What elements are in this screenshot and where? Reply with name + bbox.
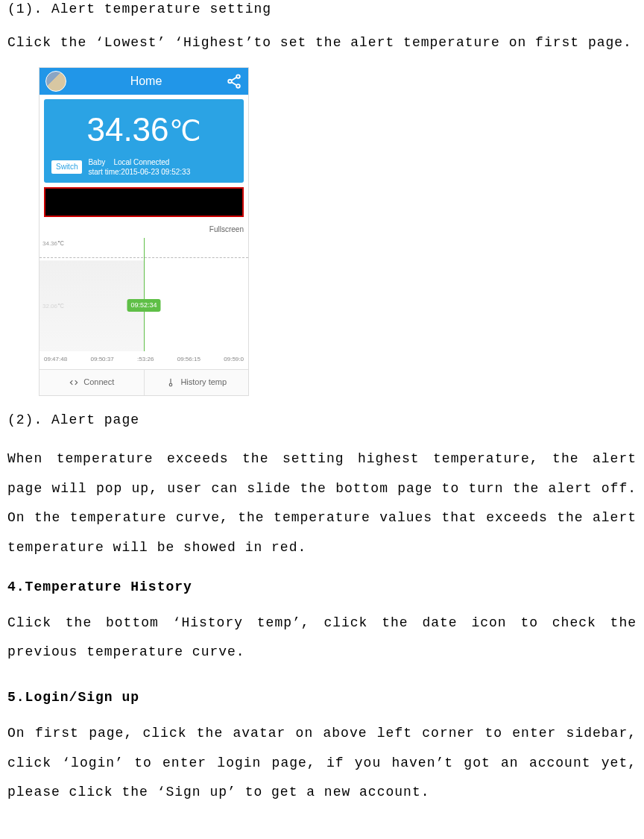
x-label-3: 09:56:15 (177, 355, 201, 363)
temperature-display: 34.36℃ (44, 107, 244, 153)
heading-alert-temp-setting: (1). Alert temperature setting (7, 0, 637, 19)
label-connected: Local Connected (113, 158, 169, 166)
fullscreen-button[interactable]: Fullscreen (209, 224, 244, 235)
switch-button[interactable]: Switch (51, 160, 82, 174)
x-label-4: 09:59:0 (224, 355, 244, 363)
x-axis-labels: 09:47:48 09:50:37 :53:26 09:56:15 09:59:… (40, 355, 248, 363)
label-baby: Baby (88, 158, 105, 166)
heading-login-signup: 5.Login/Sign up (7, 688, 637, 707)
heading-alert-page: (2). Alert page (7, 411, 637, 430)
para-login-signup: On first page, click the avatar on above… (7, 719, 637, 808)
heading-temperature-history: 4.Temperature History (7, 578, 637, 597)
temperature-sub-row: Switch Baby Local Connected start time:2… (44, 157, 244, 177)
tab-connect[interactable]: Connect (40, 370, 144, 395)
temperature-chart: Fullscreen 34.36℃ 32.06℃ 09:52:34 09:47:… (40, 221, 248, 369)
avatar[interactable] (45, 71, 66, 92)
tab-history-label: History temp (180, 377, 227, 388)
y-axis-label-top: 34.36℃ (42, 239, 64, 248)
phone-screenshot: Home 34.36℃ Switch Baby Local Connected … (39, 67, 249, 396)
chart-time-badge: 09:52:34 (127, 299, 160, 312)
para-alert-page: When temperature exceeds the setting hig… (7, 444, 637, 562)
para-temperature-history: Click the bottom ‘History temp’, click t… (7, 609, 637, 667)
page-title: Home (66, 73, 226, 89)
svg-line-4 (231, 82, 236, 86)
thermometer-icon (165, 377, 176, 388)
x-label-1: 09:50:37 (91, 355, 114, 363)
x-label-0: 09:47:48 (44, 355, 67, 363)
share-icon[interactable] (226, 73, 242, 89)
para-alert-temp-setting: Click the ‘Lowest’ ‘Highest’to set the a… (7, 34, 637, 52)
x-label-2: :53:26 (137, 355, 154, 363)
label-start-time: start time:2015-06-23 09:52:33 (88, 167, 190, 177)
app-header: Home (40, 68, 248, 95)
tab-history-temp[interactable]: History temp (144, 370, 249, 395)
bottom-tabs: Connect History temp (40, 369, 248, 395)
temperature-value: 34.36 (86, 111, 168, 148)
chart-cursor-line (144, 238, 145, 351)
connect-icon (69, 377, 79, 388)
temperature-unit: ℃ (169, 116, 201, 147)
temperature-card: 34.36℃ Switch Baby Local Connected start… (44, 99, 244, 183)
svg-line-3 (231, 78, 236, 81)
temperature-sub-info: Baby Local Connected start time:2015-06-… (88, 157, 190, 177)
tab-connect-label: Connect (83, 377, 114, 388)
svg-point-5 (170, 383, 173, 386)
redacted-highlight-bar (44, 187, 244, 217)
